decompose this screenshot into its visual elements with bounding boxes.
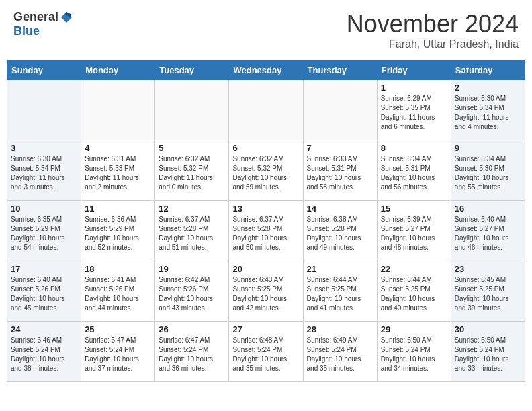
calendar-week-row: 10Sunrise: 6:35 AMSunset: 5:29 PMDayligh… — [7, 201, 525, 261]
day-info: Sunrise: 6:47 AMSunset: 5:24 PMDaylight:… — [85, 336, 151, 373]
day-info: Sunrise: 6:46 AMSunset: 5:24 PMDaylight:… — [11, 336, 77, 373]
weekday-header-friday: Friday — [377, 61, 451, 80]
logo-icon — [60, 11, 73, 24]
day-number: 20 — [232, 264, 299, 274]
calendar-cell: 15Sunrise: 6:39 AMSunset: 5:27 PMDayligh… — [377, 201, 451, 261]
day-number: 29 — [381, 324, 447, 334]
logo-blue-text: Blue — [13, 24, 40, 38]
calendar-week-row: 3Sunrise: 6:30 AMSunset: 5:34 PMDaylight… — [7, 140, 525, 201]
day-info: Sunrise: 6:40 AMSunset: 5:27 PMDaylight:… — [455, 215, 521, 253]
calendar-cell: 16Sunrise: 6:40 AMSunset: 5:27 PMDayligh… — [451, 201, 525, 261]
weekday-header-row: SundayMondayTuesdayWednesdayThursdayFrid… — [7, 61, 525, 80]
calendar-cell — [81, 80, 155, 140]
day-info: Sunrise: 6:39 AMSunset: 5:27 PMDaylight:… — [381, 215, 447, 253]
day-number: 13 — [232, 203, 299, 214]
day-info: Sunrise: 6:31 AMSunset: 5:33 PMDaylight:… — [85, 154, 151, 192]
day-number: 18 — [85, 264, 151, 274]
day-info: Sunrise: 6:30 AMSunset: 5:34 PMDaylight:… — [11, 154, 77, 192]
calendar-cell: 11Sunrise: 6:36 AMSunset: 5:29 PMDayligh… — [81, 201, 155, 261]
day-info: Sunrise: 6:32 AMSunset: 5:32 PMDaylight:… — [232, 154, 299, 192]
calendar-cell: 22Sunrise: 6:44 AMSunset: 5:25 PMDayligh… — [377, 261, 451, 322]
calendar-cell: 23Sunrise: 6:45 AMSunset: 5:25 PMDayligh… — [451, 261, 525, 322]
day-info: Sunrise: 6:48 AMSunset: 5:24 PMDaylight:… — [232, 336, 299, 373]
day-number: 14 — [307, 203, 373, 214]
calendar-cell: 9Sunrise: 6:34 AMSunset: 5:30 PMDaylight… — [451, 140, 525, 201]
weekday-header-monday: Monday — [81, 61, 155, 80]
calendar-cell — [229, 80, 303, 140]
day-number: 22 — [381, 264, 447, 274]
calendar-cell: 14Sunrise: 6:38 AMSunset: 5:28 PMDayligh… — [303, 201, 377, 261]
calendar-cell: 19Sunrise: 6:42 AMSunset: 5:26 PMDayligh… — [155, 261, 229, 322]
day-number: 4 — [85, 143, 151, 153]
calendar-cell: 24Sunrise: 6:46 AMSunset: 5:24 PMDayligh… — [7, 322, 81, 382]
day-info: Sunrise: 6:29 AMSunset: 5:35 PMDaylight:… — [381, 94, 447, 132]
weekday-header-thursday: Thursday — [303, 61, 377, 80]
day-number: 9 — [455, 143, 521, 153]
day-info: Sunrise: 6:37 AMSunset: 5:28 PMDaylight:… — [232, 215, 299, 253]
day-number: 3 — [11, 143, 77, 153]
day-info: Sunrise: 6:47 AMSunset: 5:24 PMDaylight:… — [159, 336, 225, 373]
day-number: 2 — [455, 83, 521, 93]
day-info: Sunrise: 6:44 AMSunset: 5:25 PMDaylight:… — [381, 275, 447, 313]
day-number: 10 — [11, 203, 77, 214]
calendar-cell: 18Sunrise: 6:41 AMSunset: 5:26 PMDayligh… — [81, 261, 155, 322]
calendar-cell: 12Sunrise: 6:37 AMSunset: 5:28 PMDayligh… — [155, 201, 229, 261]
calendar-cell: 2Sunrise: 6:30 AMSunset: 5:34 PMDaylight… — [451, 80, 525, 140]
calendar-cell: 7Sunrise: 6:33 AMSunset: 5:31 PMDaylight… — [303, 140, 377, 201]
day-number: 5 — [159, 143, 225, 153]
day-info: Sunrise: 6:38 AMSunset: 5:28 PMDaylight:… — [307, 215, 373, 253]
day-number: 8 — [381, 143, 447, 153]
calendar-cell — [7, 80, 81, 140]
calendar-cell: 10Sunrise: 6:35 AMSunset: 5:29 PMDayligh… — [7, 201, 81, 261]
weekday-header-wednesday: Wednesday — [229, 61, 303, 80]
day-info: Sunrise: 6:36 AMSunset: 5:29 PMDaylight:… — [85, 215, 151, 253]
day-number: 12 — [159, 203, 225, 214]
calendar-cell: 3Sunrise: 6:30 AMSunset: 5:34 PMDaylight… — [7, 140, 81, 201]
logo-general-text: General — [13, 10, 58, 24]
location-title: Farah, Uttar Pradesh, India — [347, 38, 519, 50]
calendar-cell: 20Sunrise: 6:43 AMSunset: 5:25 PMDayligh… — [229, 261, 303, 322]
calendar-week-row: 17Sunrise: 6:40 AMSunset: 5:26 PMDayligh… — [7, 261, 525, 322]
day-number: 17 — [11, 264, 77, 274]
day-info: Sunrise: 6:43 AMSunset: 5:25 PMDaylight:… — [232, 275, 299, 313]
day-number: 15 — [381, 203, 447, 214]
calendar-cell: 5Sunrise: 6:32 AMSunset: 5:32 PMDaylight… — [155, 140, 229, 201]
calendar-week-row: 24Sunrise: 6:46 AMSunset: 5:24 PMDayligh… — [7, 322, 525, 382]
calendar-cell: 27Sunrise: 6:48 AMSunset: 5:24 PMDayligh… — [229, 322, 303, 382]
day-info: Sunrise: 6:50 AMSunset: 5:24 PMDaylight:… — [381, 336, 447, 373]
day-number: 24 — [11, 324, 77, 334]
day-info: Sunrise: 6:41 AMSunset: 5:26 PMDaylight:… — [85, 275, 151, 313]
day-number: 30 — [455, 324, 521, 334]
day-info: Sunrise: 6:33 AMSunset: 5:31 PMDaylight:… — [307, 154, 373, 192]
calendar-cell: 30Sunrise: 6:50 AMSunset: 5:24 PMDayligh… — [451, 322, 525, 382]
title-section: November 2024 Farah, Uttar Pradesh, Indi… — [347, 10, 519, 50]
day-info: Sunrise: 6:34 AMSunset: 5:31 PMDaylight:… — [381, 154, 447, 192]
calendar-cell: 28Sunrise: 6:49 AMSunset: 5:24 PMDayligh… — [303, 322, 377, 382]
day-info: Sunrise: 6:49 AMSunset: 5:24 PMDaylight:… — [307, 336, 373, 373]
calendar-table: SundayMondayTuesdayWednesdayThursdayFrid… — [7, 60, 525, 382]
day-number: 11 — [85, 203, 151, 214]
calendar-cell: 26Sunrise: 6:47 AMSunset: 5:24 PMDayligh… — [155, 322, 229, 382]
day-info: Sunrise: 6:50 AMSunset: 5:24 PMDaylight:… — [455, 336, 521, 373]
day-number: 26 — [159, 324, 225, 334]
day-info: Sunrise: 6:37 AMSunset: 5:28 PMDaylight:… — [159, 215, 225, 253]
calendar-cell: 6Sunrise: 6:32 AMSunset: 5:32 PMDaylight… — [229, 140, 303, 201]
day-info: Sunrise: 6:44 AMSunset: 5:25 PMDaylight:… — [307, 275, 373, 313]
day-info: Sunrise: 6:45 AMSunset: 5:25 PMDaylight:… — [455, 275, 521, 313]
day-number: 19 — [159, 264, 225, 274]
day-number: 25 — [85, 324, 151, 334]
calendar-cell — [155, 80, 229, 140]
calendar-cell — [303, 80, 377, 140]
calendar-cell: 25Sunrise: 6:47 AMSunset: 5:24 PMDayligh… — [81, 322, 155, 382]
calendar-cell: 1Sunrise: 6:29 AMSunset: 5:35 PMDaylight… — [377, 80, 451, 140]
day-number: 16 — [455, 203, 521, 214]
weekday-header-tuesday: Tuesday — [155, 61, 229, 80]
weekday-header-saturday: Saturday — [451, 61, 525, 80]
weekday-header-sunday: Sunday — [7, 61, 81, 80]
day-number: 27 — [232, 324, 299, 334]
day-info: Sunrise: 6:35 AMSunset: 5:29 PMDaylight:… — [11, 215, 77, 253]
calendar-cell: 4Sunrise: 6:31 AMSunset: 5:33 PMDaylight… — [81, 140, 155, 201]
day-info: Sunrise: 6:40 AMSunset: 5:26 PMDaylight:… — [11, 275, 77, 313]
calendar-week-row: 1Sunrise: 6:29 AMSunset: 5:35 PMDaylight… — [7, 80, 525, 140]
calendar-cell: 17Sunrise: 6:40 AMSunset: 5:26 PMDayligh… — [7, 261, 81, 322]
